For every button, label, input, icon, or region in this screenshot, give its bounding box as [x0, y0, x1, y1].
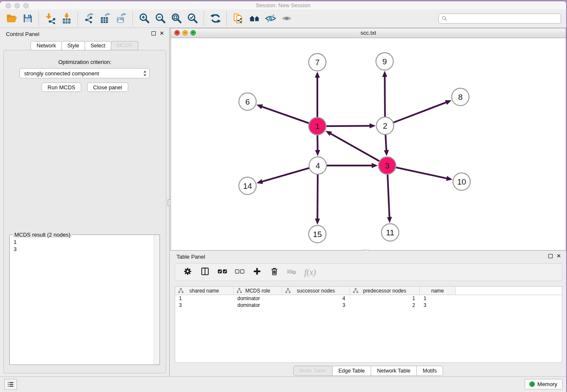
main-toolbar-items [3, 11, 295, 27]
node-table: shared nameMCDS rolesuccessor nodesprede… [175, 286, 562, 363]
hide-panel-button[interactable] [262, 11, 278, 27]
desktop: Session: New Session Control Panel ✕ Net… [0, 0, 567, 392]
search-box[interactable] [438, 14, 561, 24]
table-panel: Table Panel ✕ f(x) shared nameMCDS roles… [171, 251, 566, 377]
network-window-title: scc.txt [171, 30, 566, 36]
unselect-all-icon [235, 267, 245, 276]
combo-arrows-icon [143, 70, 147, 77]
main-titlebar: Session: New Session [0, 1, 566, 9]
tab-mcds[interactable]: MCDS [111, 41, 138, 50]
zoom-fit-button[interactable] [168, 11, 184, 27]
show-panel-button[interactable] [278, 11, 295, 27]
tab-node-table[interactable]: Node Table [293, 366, 333, 376]
node-label-15: 15 [313, 230, 322, 239]
export-network-button[interactable] [81, 11, 97, 27]
tab-edge-table[interactable]: Edge Table [332, 366, 371, 376]
cell-name: 1 [420, 295, 456, 302]
run-mcds-button[interactable]: Run MCDS [41, 83, 81, 92]
add-row-button[interactable] [252, 267, 262, 278]
toolbar-separator [132, 11, 133, 26]
hide-panel-icon [265, 13, 276, 24]
unselect-all-button[interactable] [235, 267, 245, 278]
node-label-9: 9 [383, 57, 387, 66]
memory-button[interactable]: Memory [525, 379, 563, 389]
delete-row-button[interactable] [270, 267, 279, 278]
select-all-icon [217, 267, 227, 276]
columns-button[interactable] [200, 267, 210, 278]
show-panel-icon [281, 13, 292, 24]
mcds-buttons: Run MCDS Close panel [4, 83, 166, 92]
tab-select[interactable]: Select [85, 41, 111, 50]
dropdown-value: strongly connected component [24, 70, 143, 77]
node-label-14: 14 [243, 182, 252, 190]
column-header-predecessor-nodes[interactable]: predecessor nodes [350, 287, 420, 295]
zoom-fit-icon [171, 13, 182, 24]
export-table-button[interactable] [97, 11, 113, 27]
table-row[interactable]: 3dominator323 [175, 302, 562, 309]
node-label-1: 1 [315, 122, 320, 131]
float-panel-icon[interactable] [151, 31, 156, 36]
search-input[interactable] [449, 14, 558, 23]
application-window: Session: New Session Control Panel ✕ Net… [0, 1, 566, 392]
list-icon [7, 381, 14, 388]
column-header-shared-name[interactable]: shared name [175, 287, 234, 295]
column-header-mcds-role[interactable]: MCDS role [234, 287, 282, 295]
search-icon [441, 15, 448, 22]
float-table-panel-icon[interactable] [548, 254, 553, 258]
edge-2-8[interactable] [385, 101, 449, 126]
column-header-label: shared name [189, 288, 219, 294]
network-window-titlebar[interactable]: ✕−+ scc.txt [171, 28, 566, 38]
tab-network-table[interactable]: Network Table [371, 366, 417, 376]
memory-button-label: Memory [537, 381, 557, 387]
zoom-out-button[interactable] [152, 11, 168, 27]
close-panel-icon[interactable]: ✕ [160, 31, 164, 36]
function-builder-icon: f(x) [304, 268, 316, 277]
close-table-panel-icon[interactable]: ✕ [556, 254, 561, 259]
mcds-result-title: MCDS result (2 nodes) [13, 232, 72, 238]
gear-button[interactable] [183, 267, 193, 278]
mcds-tab-content: Optimization criterion: strongly connect… [3, 50, 166, 373]
tab-motifs[interactable]: Motifs [416, 366, 443, 376]
import-table-icon [61, 13, 72, 24]
zoom-selected-button[interactable] [184, 11, 201, 27]
cell-name: 3 [420, 302, 456, 309]
result-scrollbar[interactable] [154, 235, 160, 364]
column-header-successor-nodes[interactable]: successor nodes [282, 287, 350, 295]
network-canvas[interactable]: 7968124314101511 [171, 38, 566, 250]
edge-3-10[interactable] [387, 166, 450, 179]
close-panel-button[interactable]: Close panel [87, 83, 128, 92]
node-label-11: 11 [386, 228, 394, 237]
delete-row-icon [270, 267, 279, 276]
column-header-name[interactable]: name [420, 287, 456, 295]
optimization-criterion-dropdown[interactable]: strongly connected component [19, 68, 150, 78]
column-header-label: successor nodes [297, 288, 335, 294]
open-file-icon [6, 13, 17, 24]
refresh-button[interactable] [207, 11, 223, 27]
export-image-button[interactable] [113, 11, 129, 27]
network-document-button[interactable] [230, 11, 246, 27]
control-panel-header: Control Panel ✕ [0, 28, 169, 40]
refresh-icon [210, 13, 221, 24]
open-file-button[interactable] [3, 11, 19, 27]
task-history-button[interactable] [4, 379, 17, 390]
vertical-splitter-grip[interactable] [168, 199, 171, 206]
cell-predecessor-nodes: 1 [350, 295, 420, 302]
mcds-result-text[interactable]: 13 [10, 237, 154, 364]
import-network-button[interactable] [42, 11, 58, 27]
tree-icon [178, 288, 184, 293]
table-row[interactable]: 1dominator411 [175, 295, 562, 302]
edge-1-6[interactable] [259, 106, 317, 126]
column-header-label: predecessor nodes [363, 288, 406, 294]
tab-style[interactable]: Style [61, 41, 85, 50]
home-button[interactable] [246, 11, 262, 27]
result-line: 1 [14, 238, 154, 246]
zoom-in-button[interactable] [136, 11, 152, 27]
import-table-button[interactable] [58, 11, 74, 27]
node-label-8: 8 [458, 93, 463, 102]
edge-3-1[interactable] [328, 132, 387, 166]
tab-network[interactable]: Network [30, 41, 62, 50]
save-session-button[interactable] [19, 11, 36, 27]
table-toolbar: f(x) [175, 263, 562, 281]
select-all-button[interactable] [217, 267, 227, 278]
toolbar-separator [39, 11, 39, 26]
